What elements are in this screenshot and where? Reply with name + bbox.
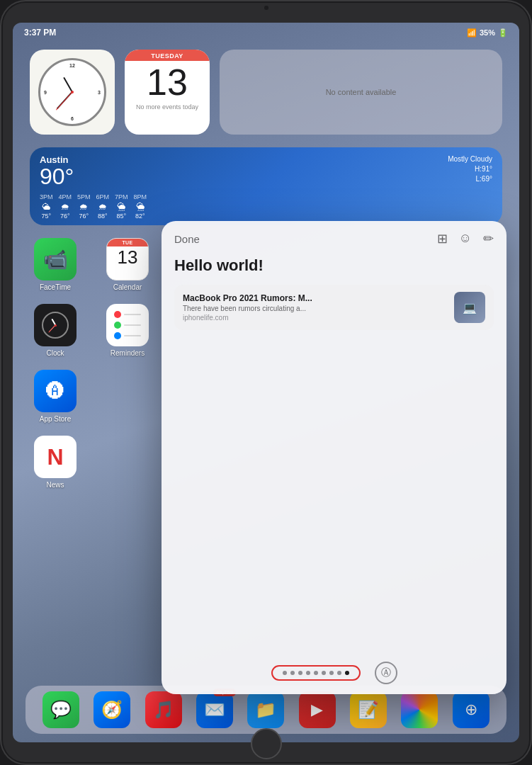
page-dot-8[interactable] [337,671,341,675]
weather-widget[interactable]: Austin 90° Mostly Cloudy H:91° L:69° 3PM… [30,147,502,225]
app-reminders-label: Reminders [111,349,145,357]
rem-dot-red [114,311,121,318]
popup-link-domain: iphonelife.com [183,314,447,322]
page-dot-7[interactable] [329,671,334,675]
app-facetime-container[interactable]: 📹 FaceTime [30,238,81,291]
placeholder-text: No content available [326,88,397,96]
weather-hour-5-temp: 85° [115,212,128,220]
dock-music[interactable]: 🎵 [145,691,182,728]
weather-hour-6-icon: 🌦 [134,202,147,212]
macbook-thumbnail-image: 💻 [463,301,477,314]
dock-files[interactable]: 📁 [247,691,284,728]
app-facetime-label: FaceTime [40,283,71,291]
rem-dot-green [114,322,121,329]
front-camera [264,6,268,10]
mail-icon: ✉️ [196,691,233,728]
popup-note-title: Hello world! [174,256,494,275]
page-dot-9-active[interactable] [345,671,349,675]
weather-hour-1-label: 3PM [40,193,53,200]
dock-notes[interactable]: 📝 [350,691,387,728]
weather-hour-5-label: 7PM [115,193,128,200]
weather-hour-5-icon: 🌦 [115,202,128,212]
dock-direct[interactable]: ▶ [299,691,336,728]
popup-link-card[interactable]: MacBook Pro 2021 Rumors: M... There have… [174,285,494,330]
page-dot-1[interactable] [283,671,287,675]
popup-link-title: MacBook Pro 2021 Rumors: M... [183,293,447,303]
widgets-row: 12 3 6 9 TUESDAY 13 No more events today [30,50,502,135]
app-clock-container[interactable]: Clock [30,304,81,357]
rem-dot-blue [114,332,121,339]
app-reminders-icon [106,304,149,346]
weather-hour-4-label: 6PM [96,193,110,200]
popup-emoji-icon[interactable]: ☺ [459,231,472,246]
home-button[interactable] [251,728,282,759]
popup-ab-button[interactable]: Ⓐ [375,662,397,684]
direct-icon: ▶ [299,691,336,728]
page-dot-4[interactable] [306,671,310,675]
mini-clock-center [55,324,57,327]
app-reminders-container[interactable]: Reminders [102,304,153,357]
weather-hour-3-icon: 🌧 [77,202,91,212]
page-dot-2[interactable] [290,671,295,675]
weather-top: Austin 90° Mostly Cloudy H:91° L:69° [40,154,492,188]
app-clock-label: Clock [46,349,64,357]
status-bar: 3:37 PM 📶 35% 🔋 [13,23,519,41]
clock-12: 12 [69,63,75,68]
app-calendar-label: Calendar [113,283,142,291]
weather-hour-4: 6PM 🌧 88° [96,193,110,220]
music-icon: 🎵 [145,691,182,728]
dock-appstore[interactable]: ⊕ [453,691,489,728]
clock-9: 9 [44,90,47,95]
cal-icon-weekday: TUE [107,239,148,246]
app-news-container[interactable]: N News [30,436,81,489]
weather-hourly: 3PM 🌥 75° 4PM 🌧 76° 5PM 🌧 76° [40,193,492,220]
clock-6: 6 [71,116,74,121]
rem-row-2 [114,322,141,329]
calendar-events-text: No more events today [125,103,210,112]
dock-photos[interactable] [401,691,438,728]
popup-compose-icon[interactable]: ✏ [483,231,494,246]
weather-hour-3-label: 5PM [77,193,91,200]
dock-mail[interactable]: ✉️ 43,759 [196,691,233,728]
messages-symbol: 💬 [50,700,72,720]
page-dot-3[interactable] [298,671,302,675]
weather-hour-5: 7PM 🌦 85° [115,193,128,220]
weather-hour-6-label: 8PM [134,193,147,200]
weather-hour-4-temp: 88° [96,212,110,220]
rem-line-1 [124,314,141,315]
files-symbol: 📁 [255,700,276,720]
clock-widget[interactable]: 12 3 6 9 [30,50,115,135]
appstore-dock-symbol: ⊕ [465,701,477,719]
reminders-visual [114,311,141,339]
weather-hour-6: 8PM 🌦 82° [134,193,147,220]
notes-icon: 📝 [350,691,387,728]
clock-face: 12 3 6 9 [38,58,106,126]
page-dot-5[interactable] [314,671,318,675]
battery-level: 35% [480,28,495,37]
photos-icon [401,691,438,728]
dock-safari[interactable]: 🧭 [94,691,130,728]
dock-messages[interactable]: 💬 [43,691,79,728]
popup-grid-icon[interactable]: ⊞ [437,231,448,246]
calendar-day-of-week: TUESDAY [125,50,210,61]
clock-second-hand [56,92,72,110]
weather-hour-1: 3PM 🌥 75° [40,193,53,220]
weather-hour-2-label: 4PM [59,193,72,200]
calendar-widget-small[interactable]: TUESDAY 13 No more events today [125,50,210,135]
ipad-frame: 3:37 PM 📶 35% 🔋 12 3 6 9 [0,0,532,765]
page-dot-6[interactable] [322,671,326,675]
app-appstore-container[interactable]: 🅐 App Store [30,370,81,423]
mail-symbol: ✉️ [204,700,225,720]
placeholder-widget[interactable]: No content available [220,50,502,135]
popup-link-thumbnail: 💻 [454,292,485,323]
weather-hour-4-icon: 🌧 [96,202,110,212]
weather-low: L:69° [448,174,492,184]
app-news-label: News [46,481,64,489]
app-calendar-container[interactable]: TUE 13 Calendar [102,238,153,291]
app-appstore-icon: 🅐 [34,370,77,412]
weather-hour-3: 5PM 🌧 76° [77,193,91,220]
music-symbol: 🎵 [153,700,174,720]
popup-done-button[interactable]: Done [174,233,200,245]
appstore-symbol: 🅐 [46,380,64,402]
clock-3: 3 [98,90,101,95]
